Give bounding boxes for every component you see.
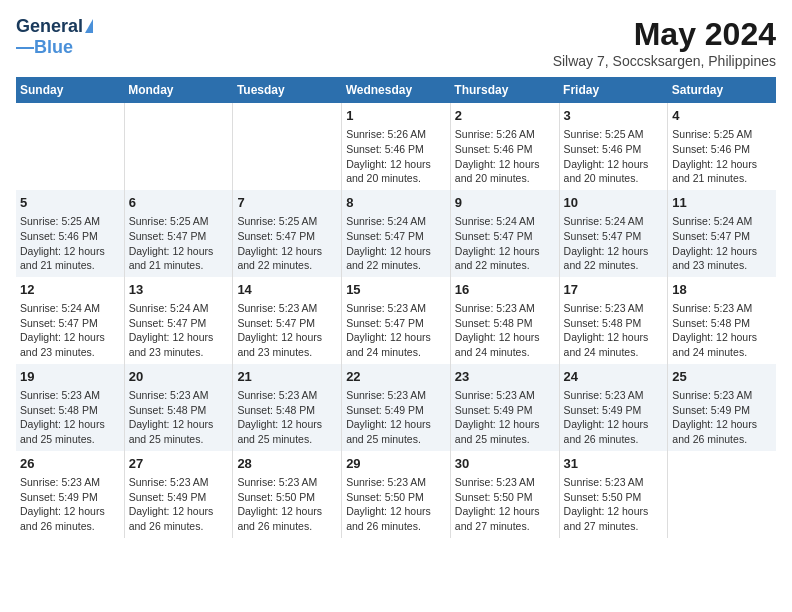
cell-line: Daylight: 12 hours <box>129 330 229 345</box>
calendar-cell: 7Sunrise: 5:25 AMSunset: 5:47 PMDaylight… <box>233 190 342 277</box>
cell-content: Sunrise: 5:24 AMSunset: 5:47 PMDaylight:… <box>346 214 446 273</box>
cell-content: Sunrise: 5:23 AMSunset: 5:50 PMDaylight:… <box>346 475 446 534</box>
cell-line: Sunset: 5:46 PM <box>564 142 664 157</box>
cell-content: Sunrise: 5:23 AMSunset: 5:47 PMDaylight:… <box>237 301 337 360</box>
cell-content: Sunrise: 5:23 AMSunset: 5:49 PMDaylight:… <box>346 388 446 447</box>
cell-line: Sunrise: 5:23 AM <box>455 388 555 403</box>
cell-line: Sunrise: 5:24 AM <box>455 214 555 229</box>
cell-line: Sunrise: 5:23 AM <box>455 475 555 490</box>
cell-line: Sunrise: 5:26 AM <box>346 127 446 142</box>
calendar-cell: 29Sunrise: 5:23 AMSunset: 5:50 PMDayligh… <box>342 451 451 538</box>
cell-line: Sunset: 5:48 PM <box>455 316 555 331</box>
cell-line: Daylight: 12 hours <box>237 244 337 259</box>
cell-line: and 22 minutes. <box>564 258 664 273</box>
cell-line: Sunrise: 5:23 AM <box>346 301 446 316</box>
week-row-1: 1Sunrise: 5:26 AMSunset: 5:46 PMDaylight… <box>16 103 776 190</box>
cell-content: Sunrise: 5:23 AMSunset: 5:48 PMDaylight:… <box>129 388 229 447</box>
cell-content: Sunrise: 5:23 AMSunset: 5:48 PMDaylight:… <box>672 301 772 360</box>
cell-line: Sunset: 5:47 PM <box>129 316 229 331</box>
cell-content: Sunrise: 5:23 AMSunset: 5:48 PMDaylight:… <box>564 301 664 360</box>
day-number: 11 <box>672 194 772 212</box>
cell-content: Sunrise: 5:26 AMSunset: 5:46 PMDaylight:… <box>346 127 446 186</box>
cell-line: Sunrise: 5:24 AM <box>672 214 772 229</box>
day-number: 26 <box>20 455 120 473</box>
cell-line: Sunset: 5:50 PM <box>346 490 446 505</box>
cell-line: and 25 minutes. <box>346 432 446 447</box>
cell-line: Daylight: 12 hours <box>20 504 120 519</box>
cell-line: Sunset: 5:47 PM <box>20 316 120 331</box>
cell-line: and 23 minutes. <box>129 345 229 360</box>
cell-line: and 24 minutes. <box>564 345 664 360</box>
header-saturday: Saturday <box>668 77 776 103</box>
calendar-cell <box>16 103 124 190</box>
calendar-cell: 16Sunrise: 5:23 AMSunset: 5:48 PMDayligh… <box>450 277 559 364</box>
cell-line: Sunrise: 5:26 AM <box>455 127 555 142</box>
header-monday: Monday <box>124 77 233 103</box>
cell-line: Sunset: 5:49 PM <box>672 403 772 418</box>
cell-line: Sunset: 5:49 PM <box>129 490 229 505</box>
logo-triangle-icon <box>85 19 93 33</box>
day-number: 22 <box>346 368 446 386</box>
day-number: 6 <box>129 194 229 212</box>
cell-line: Sunrise: 5:23 AM <box>564 301 664 316</box>
cell-line: Sunrise: 5:25 AM <box>672 127 772 142</box>
cell-content: Sunrise: 5:23 AMSunset: 5:49 PMDaylight:… <box>129 475 229 534</box>
subtitle: Silway 7, Soccsksargen, Philippines <box>553 53 776 69</box>
day-number: 21 <box>237 368 337 386</box>
cell-line: Daylight: 12 hours <box>672 244 772 259</box>
week-row-2: 5Sunrise: 5:25 AMSunset: 5:46 PMDaylight… <box>16 190 776 277</box>
cell-line: and 23 minutes. <box>237 345 337 360</box>
cell-line: and 20 minutes. <box>346 171 446 186</box>
cell-line: Daylight: 12 hours <box>346 157 446 172</box>
cell-line: Sunrise: 5:25 AM <box>20 214 120 229</box>
cell-content: Sunrise: 5:23 AMSunset: 5:47 PMDaylight:… <box>346 301 446 360</box>
calendar-cell: 2Sunrise: 5:26 AMSunset: 5:46 PMDaylight… <box>450 103 559 190</box>
cell-line: Sunset: 5:49 PM <box>346 403 446 418</box>
cell-content: Sunrise: 5:25 AMSunset: 5:46 PMDaylight:… <box>20 214 120 273</box>
cell-line: Sunrise: 5:25 AM <box>564 127 664 142</box>
cell-line: and 22 minutes. <box>346 258 446 273</box>
calendar-cell: 31Sunrise: 5:23 AMSunset: 5:50 PMDayligh… <box>559 451 668 538</box>
cell-line: Sunrise: 5:24 AM <box>20 301 120 316</box>
cell-content: Sunrise: 5:23 AMSunset: 5:48 PMDaylight:… <box>20 388 120 447</box>
day-number: 25 <box>672 368 772 386</box>
cell-line: Daylight: 12 hours <box>455 504 555 519</box>
cell-line: Daylight: 12 hours <box>455 330 555 345</box>
cell-line: and 26 minutes. <box>20 519 120 534</box>
title-block: May 2024 Silway 7, Soccsksargen, Philipp… <box>553 16 776 69</box>
cell-line: Daylight: 12 hours <box>346 417 446 432</box>
cell-content: Sunrise: 5:25 AMSunset: 5:47 PMDaylight:… <box>129 214 229 273</box>
cell-line: Daylight: 12 hours <box>20 244 120 259</box>
header-friday: Friday <box>559 77 668 103</box>
cell-content: Sunrise: 5:23 AMSunset: 5:49 PMDaylight:… <box>455 388 555 447</box>
day-number: 4 <box>672 107 772 125</box>
logo-blue-text: Blue <box>34 37 73 58</box>
calendar-body: 1Sunrise: 5:26 AMSunset: 5:46 PMDaylight… <box>16 103 776 538</box>
day-number: 16 <box>455 281 555 299</box>
calendar-cell: 13Sunrise: 5:24 AMSunset: 5:47 PMDayligh… <box>124 277 233 364</box>
cell-line: and 26 minutes. <box>346 519 446 534</box>
cell-line: Daylight: 12 hours <box>455 157 555 172</box>
cell-line: Sunrise: 5:25 AM <box>129 214 229 229</box>
cell-line: and 25 minutes. <box>20 432 120 447</box>
cell-line: Sunrise: 5:23 AM <box>346 388 446 403</box>
cell-line: and 20 minutes. <box>564 171 664 186</box>
cell-line: Daylight: 12 hours <box>564 417 664 432</box>
cell-line: and 26 minutes. <box>237 519 337 534</box>
cell-line: Sunrise: 5:23 AM <box>672 301 772 316</box>
cell-line: and 23 minutes. <box>672 258 772 273</box>
week-row-4: 19Sunrise: 5:23 AMSunset: 5:48 PMDayligh… <box>16 364 776 451</box>
day-number: 19 <box>20 368 120 386</box>
cell-line: Daylight: 12 hours <box>672 330 772 345</box>
cell-line: Sunset: 5:50 PM <box>455 490 555 505</box>
cell-line: and 24 minutes. <box>455 345 555 360</box>
day-number: 13 <box>129 281 229 299</box>
cell-content: Sunrise: 5:23 AMSunset: 5:48 PMDaylight:… <box>455 301 555 360</box>
cell-line: and 26 minutes. <box>564 432 664 447</box>
cell-line: Sunset: 5:48 PM <box>129 403 229 418</box>
cell-line: Sunrise: 5:23 AM <box>564 388 664 403</box>
calendar-cell <box>668 451 776 538</box>
calendar-cell: 14Sunrise: 5:23 AMSunset: 5:47 PMDayligh… <box>233 277 342 364</box>
cell-line: Sunset: 5:47 PM <box>455 229 555 244</box>
cell-content: Sunrise: 5:24 AMSunset: 5:47 PMDaylight:… <box>455 214 555 273</box>
